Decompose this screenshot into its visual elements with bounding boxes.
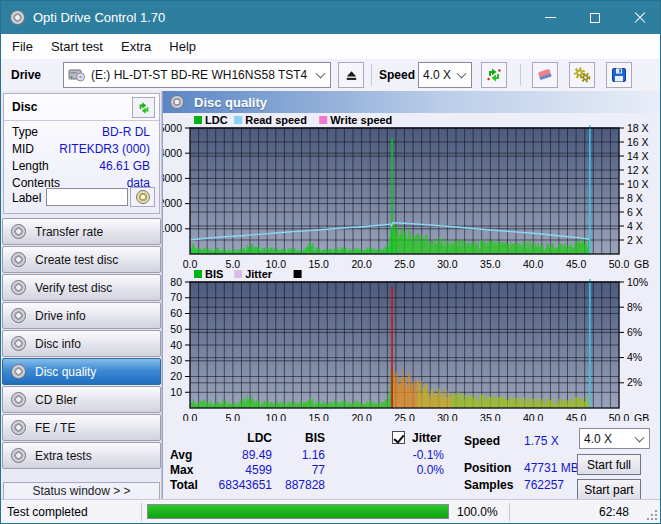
speed-select[interactable]: 4.0 X <box>418 62 472 88</box>
cd-icon <box>11 392 26 407</box>
jitter-checkbox[interactable] <box>392 431 405 444</box>
svg-text:60: 60 <box>170 307 182 319</box>
svg-text:15.0: 15.0 <box>308 412 329 421</box>
svg-text:2000: 2000 <box>163 197 182 209</box>
svg-text:45.0: 45.0 <box>566 412 587 421</box>
start-full-button[interactable]: Start full <box>577 454 641 475</box>
status-text: Test completed <box>7 505 88 519</box>
disc-info-panel: Disc Type BD-R DL MID RITEKDR3 (000) Len… <box>3 93 160 214</box>
field-label: Type <box>12 125 38 139</box>
sidebar-item-label: CD Bler <box>35 393 77 407</box>
menu-start-test[interactable]: Start test <box>42 36 112 57</box>
maximize-icon <box>590 13 600 23</box>
disc-field-mid: MID RITEKDR3 (000) <box>12 142 150 156</box>
sidebar-item-disc-quality[interactable]: Disc quality <box>2 358 161 385</box>
chevron-down-icon <box>635 432 645 442</box>
svg-text:6 X: 6 X <box>627 206 643 218</box>
svg-text:3000: 3000 <box>163 172 182 184</box>
eject-button[interactable] <box>338 62 364 88</box>
app-icon <box>10 10 25 25</box>
sidebar-item-verify-test-disc[interactable]: Verify test disc <box>2 274 161 301</box>
svg-text:18 X: 18 X <box>627 122 649 134</box>
disc-field-length: Length 46.61 GB <box>12 159 150 173</box>
svg-text:50.0: 50.0 <box>609 412 630 421</box>
drive-value: (E:) HL-DT-ST BD-RE WH16NS58 TST4 <box>91 68 307 82</box>
sidebar: Disc Type BD-R DL MID RITEKDR3 (000) Len… <box>1 91 162 501</box>
app-window: Opti Drive Control 1.70 File Start test … <box>0 0 661 524</box>
sidebar-item-transfer-rate[interactable]: Transfer rate <box>2 218 161 245</box>
toolbar: Drive (E:) HL-DT-ST BD-RE WH16NS58 TST4 … <box>1 59 660 91</box>
svg-text:2%: 2% <box>627 376 642 388</box>
test-speed-select[interactable]: 4.0 X <box>579 428 650 449</box>
svg-text:5.0: 5.0 <box>226 258 241 269</box>
erase-disc-button[interactable] <box>532 62 558 88</box>
svg-text:40.0: 40.0 <box>523 258 544 269</box>
bis-jitter-chart: 10203040506070802%4%6%8%10%0.05.010.015.… <box>163 269 661 421</box>
sidebar-item-extra-tests[interactable]: Extra tests <box>2 442 161 469</box>
svg-text:12 X: 12 X <box>627 164 649 176</box>
disc-label-input[interactable] <box>46 188 128 206</box>
speed-value: 4.0 X <box>423 68 451 82</box>
chevron-down-icon <box>457 69 467 79</box>
total-ldc-value: 68343651 <box>193 478 272 492</box>
svg-text:35.0: 35.0 <box>480 258 501 269</box>
main-panel: Disc quality 100020003000400050002 X4 X6… <box>162 91 661 501</box>
refresh-button[interactable] <box>481 62 507 88</box>
total-bis-value: 887828 <box>283 478 325 492</box>
menu-extra[interactable]: Extra <box>112 36 160 57</box>
sidebar-item-disc-info[interactable]: Disc info <box>2 330 161 357</box>
cd-icon <box>170 95 184 109</box>
svg-text:10%: 10% <box>627 276 648 288</box>
svg-text:50: 50 <box>170 323 182 335</box>
svg-text:BIS: BIS <box>205 269 223 280</box>
sidebar-item-label: Transfer rate <box>35 225 103 239</box>
gears-icon <box>573 67 591 83</box>
menu-file[interactable]: File <box>3 36 42 57</box>
svg-text:14 X: 14 X <box>627 150 649 162</box>
position-stat-value: 47731 MB <box>524 461 579 475</box>
ldc-column-header: LDC <box>193 431 272 445</box>
refresh-icon <box>137 101 151 115</box>
disc-refresh-button[interactable] <box>132 97 155 118</box>
svg-text:1000: 1000 <box>163 222 182 234</box>
sidebar-item-label: FE / TE <box>35 421 75 435</box>
svg-text:30.0: 30.0 <box>437 258 458 269</box>
cd-icon <box>11 252 26 267</box>
cd-icon <box>11 336 26 351</box>
svg-text:4 X: 4 X <box>627 220 643 232</box>
close-button[interactable] <box>620 1 660 34</box>
avg-bis-value: 1.16 <box>283 448 325 462</box>
svg-text:50.0: 50.0 <box>609 258 630 269</box>
sidebar-item-create-test-disc[interactable]: Create test disc <box>2 246 161 273</box>
refresh-icon <box>486 67 502 83</box>
disc-label-button[interactable] <box>130 187 155 207</box>
drive-select[interactable]: (E:) HL-DT-ST BD-RE WH16NS58 TST4 <box>63 62 331 88</box>
svg-text:2 X: 2 X <box>627 234 643 246</box>
svg-text:40: 40 <box>170 339 182 351</box>
maximize-button[interactable] <box>575 1 615 34</box>
max-bis-value: 77 <box>283 463 325 477</box>
svg-text:0.0: 0.0 <box>183 258 198 269</box>
drive-label: Drive <box>11 68 41 82</box>
sidebar-item-drive-info[interactable]: Drive info <box>2 302 161 329</box>
settings-button[interactable] <box>569 62 595 88</box>
svg-text:LDC: LDC <box>205 115 228 126</box>
svg-text:15.0: 15.0 <box>308 258 329 269</box>
start-part-button[interactable]: Start part <box>577 479 641 500</box>
field-label: MID <box>12 142 34 156</box>
cd-icon <box>11 224 26 239</box>
field-value: BD-R DL <box>102 125 150 139</box>
title-bar: Opti Drive Control 1.70 <box>1 1 660 34</box>
svg-text:Write speed: Write speed <box>330 115 392 126</box>
cd-icon <box>11 420 26 435</box>
divider <box>4 120 159 121</box>
svg-text:40.0: 40.0 <box>523 412 544 421</box>
minimize-button[interactable] <box>530 1 570 34</box>
svg-text:Jitter: Jitter <box>245 269 273 280</box>
sidebar-item-fe-te[interactable]: FE / TE <box>2 414 161 441</box>
save-button[interactable] <box>606 62 632 88</box>
resize-grip[interactable] <box>646 509 658 521</box>
menu-help[interactable]: Help <box>160 36 205 57</box>
status-window-button[interactable]: Status window > > <box>3 482 160 500</box>
sidebar-item-cd-bler[interactable]: CD Bler <box>2 386 161 413</box>
